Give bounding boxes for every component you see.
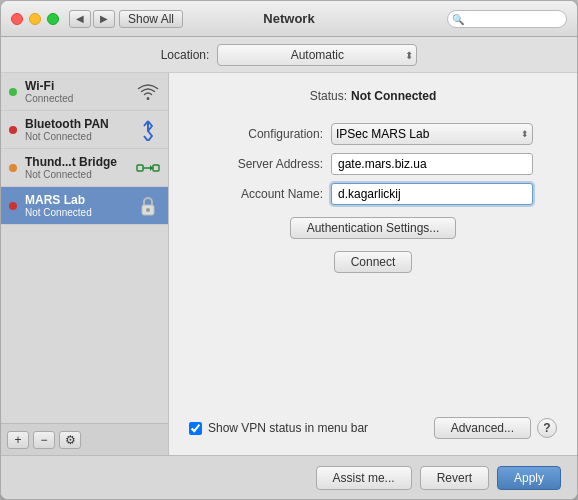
apply-button[interactable]: Apply <box>497 466 561 490</box>
revert-button[interactable]: Revert <box>420 466 489 490</box>
advanced-button[interactable]: Advanced... <box>434 417 531 439</box>
auth-settings-button[interactable]: Authentication Settings... <box>290 217 457 239</box>
sidebar-item-wifi[interactable]: Wi-Fi Connected <box>1 73 168 111</box>
nav-buttons: ◀ ▶ <box>69 10 115 28</box>
sidebar-item-marslab[interactable]: MARS Lab Not Connected <box>1 187 168 225</box>
assist-me-button[interactable]: Assist me... <box>316 466 412 490</box>
item-info-thunderbolt: Thund...t Bridge Not Connected <box>25 155 128 180</box>
item-info-marslab: MARS Lab Not Connected <box>25 193 128 218</box>
bluetooth-icon <box>136 118 160 142</box>
item-status-wifi: Connected <box>25 93 128 104</box>
item-info-bluetooth: Bluetooth PAN Not Connected <box>25 117 128 142</box>
svg-rect-3 <box>153 165 159 171</box>
bottom-section: Show VPN status in menu bar Advanced... … <box>189 409 557 439</box>
item-name-bluetooth: Bluetooth PAN <box>25 117 128 131</box>
show-vpn-checkbox[interactable] <box>189 422 202 435</box>
remove-network-button[interactable]: − <box>33 431 55 449</box>
search-icon: 🔍 <box>452 13 464 24</box>
status-value: Not Connected <box>351 89 436 103</box>
item-name-wifi: Wi-Fi <box>25 79 128 93</box>
location-select-wrapper: Automatic <box>217 44 417 66</box>
status-label: Status: <box>310 89 347 103</box>
show-vpn-row: Show VPN status in menu bar <box>189 421 368 435</box>
sidebar-item-thunderbolt[interactable]: Thund...t Bridge Not Connected <box>1 149 168 187</box>
search-input[interactable] <box>447 10 567 28</box>
svg-rect-0 <box>137 165 143 171</box>
window-title: Network <box>263 11 314 26</box>
svg-point-5 <box>146 208 150 212</box>
search-box: 🔍 <box>447 10 567 28</box>
forward-button[interactable]: ▶ <box>93 10 115 28</box>
location-select[interactable]: Automatic <box>217 44 417 66</box>
show-vpn-label[interactable]: Show VPN status in menu bar <box>208 421 368 435</box>
configuration-select-wrapper: IPSec MARS Lab <box>331 123 533 145</box>
location-bar: Location: Automatic <box>1 37 577 73</box>
configuration-row: Configuration: IPSec MARS Lab <box>213 123 533 145</box>
minimize-button[interactable] <box>29 13 41 25</box>
gear-button[interactable]: ⚙ <box>59 431 81 449</box>
title-bar: ◀ ▶ Show All Network 🔍 <box>1 1 577 37</box>
add-network-button[interactable]: + <box>7 431 29 449</box>
wifi-icon <box>136 80 160 104</box>
network-window: ◀ ▶ Show All Network 🔍 Location: Automat… <box>0 0 578 500</box>
search-wrapper: 🔍 <box>447 10 567 28</box>
show-all-button[interactable]: Show All <box>119 10 183 28</box>
main-content: Wi-Fi Connected Bluetooth PAN <box>1 73 577 455</box>
footer-bar: Assist me... Revert Apply <box>1 455 577 499</box>
sidebar-item-bluetooth[interactable]: Bluetooth PAN Not Connected <box>1 111 168 149</box>
item-status-bluetooth: Not Connected <box>25 131 128 142</box>
status-row: Status: Not Connected <box>189 89 557 103</box>
connect-button-row: Connect <box>334 251 413 273</box>
detail-pane: Status: Not Connected Configuration: IPS… <box>169 73 577 455</box>
status-dot-bluetooth <box>9 126 17 134</box>
close-button[interactable] <box>11 13 23 25</box>
status-dot-thunderbolt <box>9 164 17 172</box>
auth-button-row: Authentication Settings... <box>290 217 457 239</box>
traffic-lights <box>11 13 59 25</box>
account-name-row: Account Name: <box>213 183 533 205</box>
configuration-select[interactable]: IPSec MARS Lab <box>331 123 533 145</box>
form-area: Configuration: IPSec MARS Lab Server Add… <box>189 123 557 273</box>
server-address-input[interactable] <box>331 153 533 175</box>
lock-icon <box>136 194 160 218</box>
status-dot-wifi <box>9 88 17 96</box>
item-name-thunderbolt: Thund...t Bridge <box>25 155 128 169</box>
item-status-marslab: Not Connected <box>25 207 128 218</box>
item-info-wifi: Wi-Fi Connected <box>25 79 128 104</box>
item-name-marslab: MARS Lab <box>25 193 128 207</box>
location-label: Location: <box>161 48 210 62</box>
maximize-button[interactable] <box>47 13 59 25</box>
status-dot-marslab <box>9 202 17 210</box>
sidebar: Wi-Fi Connected Bluetooth PAN <box>1 73 169 455</box>
item-status-thunderbolt: Not Connected <box>25 169 128 180</box>
back-button[interactable]: ◀ <box>69 10 91 28</box>
account-name-input[interactable] <box>331 183 533 205</box>
bridge-icon <box>136 156 160 180</box>
connect-button[interactable]: Connect <box>334 251 413 273</box>
sidebar-toolbar: + − ⚙ <box>1 423 168 455</box>
help-button[interactable]: ? <box>537 418 557 438</box>
server-address-row: Server Address: <box>213 153 533 175</box>
server-address-label: Server Address: <box>213 157 323 171</box>
account-name-label: Account Name: <box>213 187 323 201</box>
bottom-right: Advanced... ? <box>434 417 557 439</box>
configuration-label: Configuration: <box>213 127 323 141</box>
